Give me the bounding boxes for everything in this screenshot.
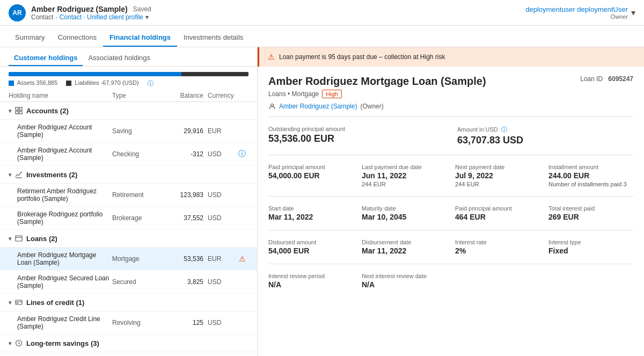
- next-payment-sub: 244 EUR: [455, 181, 540, 187]
- field-paid-principal: Paid principal amount 54,000.00 EUR: [268, 164, 353, 187]
- loan-1-currency: EUR: [203, 255, 236, 263]
- field-amount-usd: Amount in USD ⓘ 63,707.83 USD: [457, 126, 633, 146]
- field-installment: Installment amount 244.00 EUR Number of …: [548, 164, 633, 187]
- next-payment-value: Jul 9, 2022: [455, 171, 540, 180]
- amount-usd-info[interactable]: ⓘ: [501, 126, 507, 133]
- interest-type-label: Interest type: [548, 239, 633, 245]
- nav-tabs: Summary Connections Financial holdings I…: [0, 26, 644, 47]
- field-disbursement-date: Disbursement date Mar 11, 2022: [362, 239, 447, 255]
- tab-summary[interactable]: Summary: [9, 29, 52, 47]
- legend-assets-label: Assets: [17, 79, 36, 86]
- legend-assets-value: 356,885: [36, 79, 58, 86]
- loan-2-currency: USD: [203, 278, 236, 286]
- section-loans-label: Loans (2): [26, 235, 57, 243]
- paid-principal2-label: Paid principal amount: [455, 205, 540, 212]
- field-next-payment: Next payment date Jul 9, 2022 244 EUR: [455, 164, 540, 187]
- lts-row-1[interactable]: Amber Rodriguez Provident Fund (Sample) …: [0, 352, 257, 356]
- header-sub: Contact · Contact · Unified client profi…: [31, 13, 151, 21]
- legend-liabilities: Liabilities -67,970 (USD): [66, 79, 138, 88]
- col-header-name: Holding name: [9, 92, 112, 99]
- sub-tabs: Customer holdings Associated holdings: [0, 47, 257, 67]
- next-review-value: N/A: [362, 280, 447, 289]
- investment-2-name: Brokerage Rodriguez portfolio (Sample): [17, 210, 112, 226]
- investment-1-balance: 123,983: [166, 191, 203, 199]
- section-accounts[interactable]: ▾ Accounts (2): [0, 102, 257, 120]
- investment-row-2[interactable]: Brokerage Rodriguez portfolio (Sample) B…: [0, 207, 257, 230]
- header-name: Amber Rodriguez (Sample): [31, 5, 128, 13]
- loan-id-area: Loan ID 6095247: [580, 75, 633, 83]
- investment-1-type: Retirement: [112, 191, 166, 199]
- disbursement-date-label: Disbursement date: [362, 239, 447, 245]
- detail-title-text: Amber Rodriguez Mortgage Loan (Sample): [268, 75, 486, 88]
- progress-section: Assets 356,885 Liabilities -67,970 (USD)…: [0, 67, 257, 90]
- investment-2-type: Brokerage: [112, 214, 166, 222]
- maturity-value: Mar 10, 2045: [362, 213, 447, 221]
- detail-row-2: Paid principal amount 54,000.00 EUR Last…: [268, 164, 633, 197]
- loan-1-warning: ⚠: [236, 255, 248, 263]
- tab-financial-holdings[interactable]: Financial holdings: [103, 29, 177, 47]
- sub-tab-associated-holdings[interactable]: Associated holdings: [83, 50, 156, 66]
- field-review-period: Interest review period N/A: [268, 273, 353, 289]
- sub-tab-customer-holdings[interactable]: Customer holdings: [9, 50, 83, 66]
- owner-icon: [268, 103, 276, 110]
- svg-rect-3: [19, 111, 22, 114]
- loan-id-label: Loan ID: [580, 75, 603, 83]
- tab-connections[interactable]: Connections: [52, 29, 103, 47]
- header-dot: ·: [55, 13, 57, 21]
- account-row-1[interactable]: Amber Rodriguez Account (Sample) Saving …: [0, 120, 257, 143]
- interest-rate-value: 2%: [455, 246, 540, 255]
- section-lts-label: Long-term savings (3): [26, 339, 99, 347]
- lts-icon: [14, 339, 23, 347]
- amount-usd-label-text: Amount in USD: [457, 126, 498, 133]
- detail-row-3: Start date Mar 11, 2022 Maturity date Ma…: [268, 205, 633, 230]
- tab-investments-details[interactable]: Investments details: [177, 29, 250, 47]
- header-saved: Saved: [133, 5, 151, 13]
- col-header-currency: Currency: [203, 92, 236, 99]
- chevron-loc: ▾: [9, 300, 11, 306]
- col-header-type: Type: [112, 92, 166, 99]
- legend-info-icon[interactable]: ⓘ: [148, 79, 153, 88]
- investment-1-name: Retirment Amber Rodriguez portfolio (Sam…: [17, 187, 112, 202]
- section-investments[interactable]: ▾ Investments (2): [0, 166, 257, 184]
- header-chevron-icon[interactable]: ▾: [631, 8, 635, 18]
- header-profile-link[interactable]: Contact · Unified client profile: [60, 13, 143, 21]
- paid-principal2-value: 464 EUR: [455, 213, 540, 221]
- holdings-header: Holding name Type Balance Currency: [0, 90, 257, 102]
- loan-row-1[interactable]: Amber Rodriguez Mortgage Loan (Sample) M…: [0, 248, 257, 271]
- progress-legend: Assets 356,885 Liabilities -67,970 (USD)…: [9, 79, 248, 88]
- owner-row: Amber Rodriguez (Sample) (Owner): [268, 103, 633, 117]
- legend-assets: Assets 356,885: [9, 79, 57, 88]
- account-2-currency: USD: [203, 150, 236, 158]
- header-username[interactable]: deploymentuser deploymentUser: [525, 5, 628, 13]
- loc-row-1[interactable]: Amber Rodriguez Credit Line (Sample) Rev…: [0, 311, 257, 335]
- account-row-2[interactable]: Amber Rodriguez Account (Sample) Checkin…: [0, 143, 257, 166]
- loc-1-currency: USD: [203, 319, 236, 326]
- header-chevron: ▾: [145, 13, 149, 21]
- interest-type-value: Fixed: [548, 246, 633, 255]
- legend-liabilities-label: Liabilities: [75, 79, 100, 86]
- investment-2-balance: 37,552: [166, 214, 203, 222]
- account-2-name: Amber Rodriguez Account (Sample): [17, 147, 112, 162]
- loan-row-2[interactable]: Amber Rodriguez Secured Loan (Sample) Se…: [0, 271, 257, 294]
- investment-row-1[interactable]: Retirment Amber Rodriguez portfolio (Sam…: [0, 184, 257, 207]
- loc-1-name: Amber Rodriguez Credit Line (Sample): [17, 315, 112, 330]
- investment-1-currency: USD: [203, 191, 236, 199]
- account-2-info[interactable]: ⓘ: [236, 149, 248, 159]
- paid-principal-label: Paid principal amount: [268, 164, 353, 170]
- field-last-payment: Last payment due date Jun 11, 2022 244 E…: [362, 164, 447, 187]
- account-2-type: Checking: [112, 150, 166, 158]
- total-interest-label: Total interest paid: [548, 205, 633, 212]
- header-contact-label: Contact: [31, 13, 53, 21]
- loan-1-balance: 53,536: [166, 255, 203, 263]
- detail-row-5: Interest review period N/A Next interest…: [268, 273, 633, 289]
- accounts-icon: [14, 106, 23, 115]
- col-header-balance: Balance: [166, 92, 203, 99]
- last-payment-label: Last payment due date: [362, 164, 447, 170]
- svg-rect-2: [16, 111, 18, 114]
- progress-bar: [9, 72, 248, 76]
- field-next-review: Next interest review date N/A: [362, 273, 447, 289]
- section-lines-of-credit[interactable]: ▾ Lines of credit (1): [0, 294, 257, 311]
- review-period-value: N/A: [268, 280, 353, 289]
- section-loans[interactable]: ▾ Loans (2): [0, 230, 257, 248]
- section-long-term-savings[interactable]: ▾ Long-term savings (3): [0, 335, 257, 352]
